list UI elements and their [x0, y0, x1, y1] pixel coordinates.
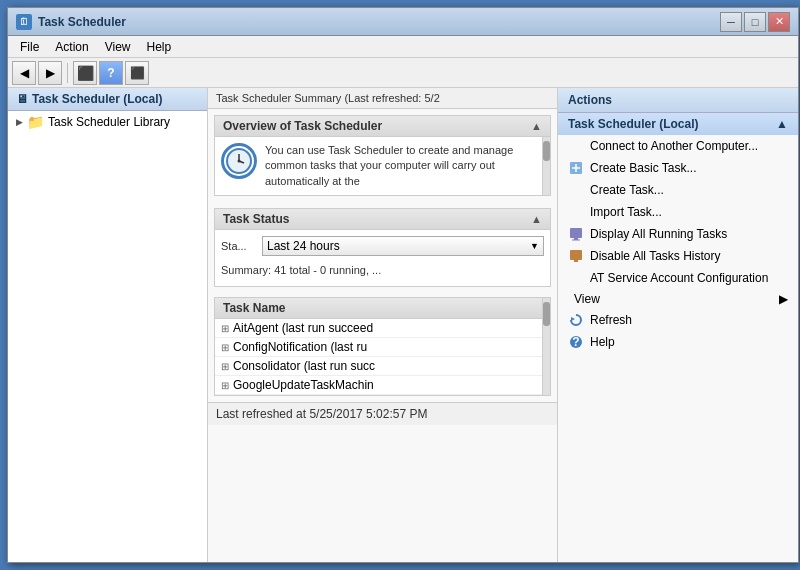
task-name: ConfigNotification (last ru [233, 340, 367, 354]
task-status-title: Task Status [223, 212, 289, 226]
svg-point-3 [238, 160, 241, 163]
actions-group-toggle-icon: ▲ [776, 117, 788, 131]
help-action-icon: ? [568, 334, 584, 350]
menu-help[interactable]: Help [139, 38, 180, 56]
center-pane: Task Scheduler Summary (Last refreshed: … [208, 88, 558, 562]
actions-group-header[interactable]: Task Scheduler (Local) ▲ [558, 113, 798, 135]
action-connect[interactable]: Connect to Another Computer... [558, 135, 798, 157]
table-row[interactable]: ⊞ GoogleUpdateTaskMachin [215, 376, 542, 395]
at-service-icon [568, 270, 584, 286]
folder-icon: 📁 [27, 114, 44, 130]
connect-icon [568, 138, 584, 154]
task-name: GoogleUpdateTaskMachin [233, 378, 374, 392]
create-task-icon [568, 182, 584, 198]
menu-view[interactable]: View [97, 38, 139, 56]
task-status-section-header: Task Status ▲ [215, 209, 550, 230]
svg-marker-12 [571, 317, 575, 321]
action-label: Connect to Another Computer... [590, 139, 758, 153]
menu-action[interactable]: Action [47, 38, 96, 56]
center-pane-header: Task Scheduler Summary (Last refreshed: … [208, 88, 557, 109]
overview-toggle-button[interactable]: ▲ [531, 120, 542, 132]
window-title: Task Scheduler [38, 15, 720, 29]
back-button[interactable]: ◀ [12, 61, 36, 85]
expand-icon: ⊞ [221, 361, 229, 372]
overview-scrollbar[interactable] [542, 137, 550, 195]
menu-bar: File Action View Help [8, 36, 798, 58]
forward-button[interactable]: ▶ [38, 61, 62, 85]
task-name: AitAgent (last run succeed [233, 321, 373, 335]
task-table-scrollbar[interactable] [542, 298, 550, 395]
overview-section-header: Overview of Task Scheduler ▲ [215, 116, 550, 137]
close-button[interactable]: ✕ [768, 12, 790, 32]
status-dropdown[interactable]: Last 24 hours ▼ [262, 236, 544, 256]
action-view-left: View [568, 292, 600, 306]
action-disable-history[interactable]: Disable All Tasks History [558, 245, 798, 267]
action-help[interactable]: ? Help [558, 331, 798, 353]
actions-group-label: Task Scheduler (Local) [568, 117, 698, 131]
task-status-section: Task Status ▲ Sta... Last 24 hours ▼ Sum… [214, 208, 551, 287]
status-filter-label: Sta... [221, 240, 256, 252]
overview-section-title: Overview of Task Scheduler [223, 119, 382, 133]
export-button[interactable]: ⬛ [125, 61, 149, 85]
expand-icon: ⊞ [221, 380, 229, 391]
action-label: AT Service Account Configuration [590, 271, 768, 285]
clock-icon [221, 143, 257, 179]
status-filter-row: Sta... Last 24 hours ▼ [221, 236, 544, 256]
table-row[interactable]: ⊞ Consolidator (last run succ [215, 357, 542, 376]
center-pane-footer: Last refreshed at 5/25/2017 5:02:57 PM [208, 402, 557, 425]
action-label: Import Task... [590, 205, 662, 219]
main-window: 🗓 Task Scheduler ─ □ ✕ File Action View … [7, 7, 799, 563]
computer-icon: 🖥 [16, 92, 28, 106]
svg-rect-11 [574, 260, 578, 262]
help-button[interactable]: ? [99, 61, 123, 85]
display-running-icon [568, 226, 584, 242]
action-display-running[interactable]: Display All Running Tasks [558, 223, 798, 245]
action-import-task[interactable]: Import Task... [558, 201, 798, 223]
action-view[interactable]: View ▶ [558, 289, 798, 309]
left-pane-title: Task Scheduler (Local) [32, 92, 162, 106]
status-dropdown-value: Last 24 hours [267, 239, 340, 253]
action-label: Create Basic Task... [590, 161, 697, 175]
title-bar: 🗓 Task Scheduler ─ □ ✕ [8, 8, 798, 36]
svg-rect-10 [570, 250, 582, 260]
toolbar-separator-1 [67, 63, 68, 83]
properties-button[interactable]: ⬛ [73, 61, 97, 85]
sidebar-item-label: Task Scheduler Library [48, 115, 170, 129]
left-pane: 🖥 Task Scheduler (Local) ▶ 📁 Task Schedu… [8, 88, 208, 562]
maximize-button[interactable]: □ [744, 12, 766, 32]
disable-history-icon [568, 248, 584, 264]
action-label: Help [590, 335, 615, 349]
action-label: Disable All Tasks History [590, 249, 721, 263]
action-label: View [574, 292, 600, 306]
refresh-icon [568, 312, 584, 328]
task-name: Consolidator (last run succ [233, 359, 375, 373]
task-table-header: Task Name [215, 298, 542, 319]
action-create-basic[interactable]: Create Basic Task... [558, 157, 798, 179]
table-row[interactable]: ⊞ ConfigNotification (last ru [215, 338, 542, 357]
actions-pane: Actions Task Scheduler (Local) ▲ Connect… [558, 88, 798, 562]
actions-header: Actions [558, 88, 798, 113]
action-at-service[interactable]: AT Service Account Configuration [558, 267, 798, 289]
svg-rect-7 [570, 228, 582, 238]
action-refresh[interactable]: Refresh [558, 309, 798, 331]
action-label: Refresh [590, 313, 632, 327]
overview-text: You can use Task Scheduler to create and… [265, 143, 536, 189]
task-status-content: Sta... Last 24 hours ▼ Summary: 41 total… [215, 230, 550, 286]
task-status-toggle[interactable]: ▲ [531, 213, 542, 225]
expand-icon: ⊞ [221, 323, 229, 334]
main-content: 🖥 Task Scheduler (Local) ▶ 📁 Task Schedu… [8, 88, 798, 562]
import-task-icon [568, 204, 584, 220]
menu-file[interactable]: File [12, 38, 47, 56]
last-refresh-text: Last refreshed at 5/25/2017 5:02:57 PM [216, 407, 427, 421]
table-row[interactable]: ⊞ AitAgent (last run succeed [215, 319, 542, 338]
app-icon: 🗓 [16, 14, 32, 30]
sidebar-item-library[interactable]: ▶ 📁 Task Scheduler Library [8, 111, 207, 133]
overview-section: Overview of Task Scheduler ▲ [214, 115, 551, 196]
task-name-column-header: Task Name [223, 301, 285, 315]
submenu-arrow-icon: ▶ [779, 292, 788, 306]
action-label: Display All Running Tasks [590, 227, 727, 241]
action-create-task[interactable]: Create Task... [558, 179, 798, 201]
task-table: Task Name ⊞ AitAgent (last run succeed ⊞… [214, 297, 551, 396]
dropdown-arrow-icon: ▼ [530, 241, 539, 251]
minimize-button[interactable]: ─ [720, 12, 742, 32]
